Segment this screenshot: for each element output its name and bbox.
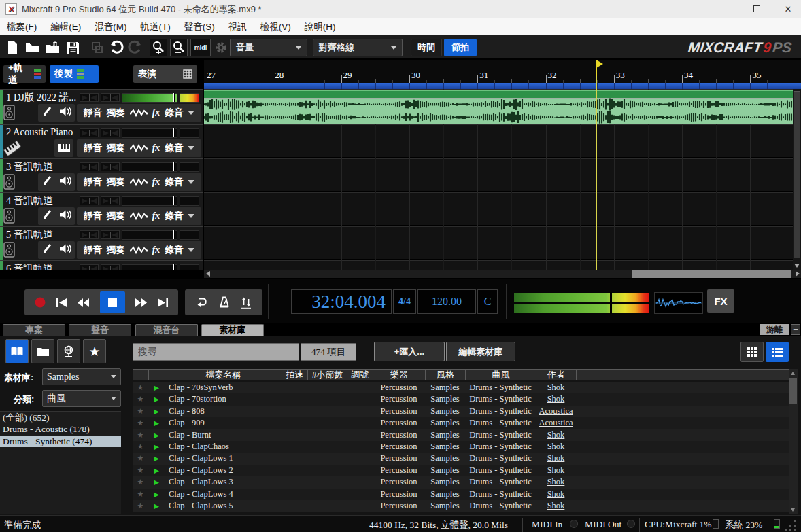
cell[interactable]: Acoustica — [536, 417, 576, 429]
track-name[interactable]: 5 音訊軌道 — [6, 228, 53, 241]
cell[interactable]: Shok — [536, 476, 576, 488]
fader-handle[interactable] — [173, 264, 175, 270]
column-header-4[interactable]: 拍速 — [282, 369, 308, 380]
table-row[interactable]: ★▶Clap - 808PercussionSamplesDrums - Syn… — [133, 406, 789, 417]
key-display[interactable]: C — [477, 289, 498, 314]
track-lane-6[interactable] — [204, 260, 793, 270]
menu-item-6[interactable]: 檢視(V) — [254, 18, 298, 35]
detach-panel-button[interactable]: 游離 — [760, 324, 789, 335]
table-row[interactable]: ★▶Clap - ClapLows 4PercussionSamplesDrum… — [133, 489, 789, 500]
favorite-star-icon[interactable]: ★ — [133, 406, 148, 417]
library-dropdown[interactable]: Samples — [42, 368, 121, 385]
track-options-chevron-icon[interactable] — [188, 111, 194, 115]
track-fx-button[interactable]: fx — [152, 245, 160, 255]
pan-knob[interactable] — [80, 93, 99, 102]
favorite-star-icon[interactable]: ★ — [133, 489, 148, 500]
scroll-down-icon[interactable] — [791, 508, 795, 512]
arm-record-button[interactable]: 錄音 — [165, 210, 183, 222]
save-button[interactable] — [64, 39, 82, 56]
solo-button[interactable]: 獨奏 — [107, 176, 125, 188]
favorite-star-icon[interactable]: ★ — [133, 393, 148, 405]
list-view-button[interactable] — [766, 342, 789, 362]
track-header-6[interactable]: 6 音訊軌道靜音獨奏fx錄音 — [0, 260, 204, 270]
snap-grid-dropdown[interactable]: 對齊格線 — [313, 39, 403, 56]
monitor-button[interactable] — [59, 243, 71, 257]
rewind-button[interactable] — [77, 298, 90, 308]
column-header-6[interactable]: 調號 — [347, 369, 373, 380]
cell[interactable]: Acoustica — [536, 406, 576, 417]
fader-handle[interactable] — [173, 196, 175, 205]
search-input[interactable] — [133, 343, 299, 361]
punch-in-out-button[interactable] — [240, 296, 252, 309]
track-name[interactable]: 1 DJ版 2022 諾... — [6, 91, 76, 104]
track-name[interactable]: 4 音訊軌道 — [6, 194, 53, 207]
master-track-button[interactable]: 後製 — [50, 65, 99, 83]
automation-type-dropdown[interactable]: 音量 — [230, 39, 307, 56]
pencil-button[interactable] — [41, 175, 54, 190]
horizontal-scrollbar-thumb[interactable] — [632, 270, 791, 278]
monitor-button[interactable] — [59, 175, 71, 189]
fader-handle[interactable] — [173, 230, 175, 239]
category-item-3[interactable]: Drums - Synthetic (474) — [0, 436, 121, 447]
tab-2[interactable]: 聲音 — [69, 324, 131, 336]
automation-button[interactable] — [130, 245, 148, 255]
pan-knob[interactable] — [101, 93, 120, 102]
automation-button[interactable] — [130, 108, 148, 118]
tab-3[interactable]: 混音台 — [135, 324, 198, 336]
cell[interactable]: Shok — [536, 465, 576, 476]
monitor-button[interactable] — [59, 106, 71, 120]
column-header-5[interactable]: #小節數 — [307, 369, 347, 380]
metronome-button[interactable] — [218, 296, 231, 308]
mute-button[interactable]: 靜音 — [84, 107, 102, 119]
zoom-in-button[interactable] — [150, 39, 167, 56]
table-row[interactable]: ★▶Clap - 70sSynVerbPercussionSamplesDrum… — [133, 382, 789, 393]
automation-button[interactable] — [130, 177, 148, 187]
menu-item-4[interactable]: 聲音(S) — [177, 18, 222, 35]
table-row[interactable]: ★▶Clap - ClapChaosPercussionSamplesDrums… — [133, 441, 789, 453]
column-header-11[interactable] — [576, 369, 789, 380]
track-header-4[interactable]: 4 音訊軌道靜音獨奏fx錄音 — [0, 192, 204, 226]
table-row[interactable]: ★▶Clap - 909PercussionSamplesDrums - Syn… — [133, 417, 789, 429]
menu-item-3[interactable]: 軌道(T) — [134, 18, 177, 35]
cell[interactable]: Shok — [536, 489, 576, 500]
menu-item-2[interactable]: 混音(M) — [88, 18, 133, 35]
tab-1[interactable]: 專案 — [3, 324, 65, 336]
beat-mode-button[interactable]: 節拍 — [444, 39, 477, 56]
track-fx-button[interactable]: fx — [152, 143, 160, 154]
cell[interactable]: Shok — [536, 500, 576, 512]
edit-library-button[interactable]: 編輯素材庫 — [446, 342, 515, 361]
solo-button[interactable]: 獨奏 — [107, 142, 125, 154]
track-options-chevron-icon[interactable] — [188, 214, 194, 218]
automation-button[interactable] — [130, 211, 148, 221]
open-project-button[interactable] — [23, 39, 41, 56]
folders-view-button[interactable] — [31, 339, 54, 363]
cell[interactable]: Shok — [536, 429, 576, 441]
time-mode-button[interactable]: 時間 — [411, 39, 442, 56]
pan-knob[interactable] — [101, 264, 120, 270]
menu-item-7[interactable]: 說明(H) — [298, 18, 343, 35]
minimize-button[interactable]: – — [710, 0, 741, 18]
column-header-9[interactable]: 曲風 — [465, 369, 536, 380]
time-display[interactable]: 32:04.004 — [291, 289, 392, 314]
resize-grip-icon[interactable] — [785, 520, 796, 531]
tab-4[interactable]: 素材庫 — [201, 324, 264, 336]
audio-clip[interactable] — [204, 90, 793, 124]
record-button[interactable] — [34, 296, 46, 308]
column-header-10[interactable]: 作者 — [536, 369, 577, 380]
volume-fader[interactable] — [122, 162, 177, 172]
master-fx-button[interactable]: FX — [707, 289, 734, 313]
track-lane-3[interactable] — [204, 158, 793, 192]
pan-knob[interactable] — [80, 128, 99, 137]
timeline-ruler[interactable]: 272829303132333435 — [204, 60, 801, 89]
favorite-star-icon[interactable]: ★ — [133, 429, 148, 441]
table-scrollbar[interactable] — [789, 369, 798, 514]
loop-bar[interactable] — [204, 83, 801, 89]
track-options-chevron-icon[interactable] — [188, 248, 194, 252]
scroll-down-icon[interactable] — [794, 264, 800, 268]
cell[interactable]: Shok — [536, 441, 576, 453]
preview-play-icon[interactable]: ▶ — [148, 441, 165, 453]
preview-play-icon[interactable]: ▶ — [148, 453, 165, 464]
grid-view-button[interactable] — [740, 342, 764, 362]
collapse-panel-button[interactable]: – — [791, 324, 800, 335]
library-view-button[interactable] — [5, 339, 29, 363]
